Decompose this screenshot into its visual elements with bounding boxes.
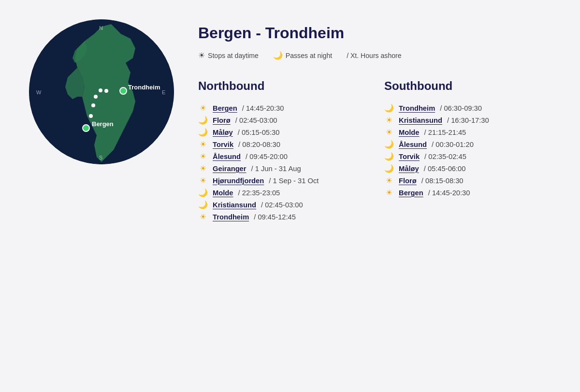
moon-icon: 🌙	[198, 200, 208, 209]
stop-time: / 14:45-20:30	[428, 189, 470, 197]
stop-item: ☀Trondheim / 09:45-12:45	[198, 212, 365, 221]
stop-name[interactable]: Ålesund	[399, 141, 427, 148]
stop-time: / 02:45-03:00	[261, 201, 303, 209]
legend-ashore: / Xt. Hours ashore	[347, 52, 401, 59]
svg-text:N: N	[99, 25, 103, 31]
svg-point-6	[99, 88, 102, 92]
legend-night: 🌙 Passes at night	[273, 51, 332, 60]
stop-time: / 14:45-20:30	[242, 104, 284, 112]
stop-time: / 02:35-02:45	[424, 153, 466, 160]
svg-point-7	[104, 89, 108, 93]
stop-name[interactable]: Florø	[399, 177, 417, 185]
moon-icon: 🌙	[198, 116, 208, 125]
moon-icon: 🌙	[198, 188, 208, 197]
moon-icon: 🌙	[198, 128, 208, 137]
svg-text:Trondheim: Trondheim	[128, 84, 160, 91]
stop-time: / 1 Jun - 31 Aug	[251, 165, 301, 173]
stop-item: ☀Bergen / 14:45-20:30	[384, 188, 551, 197]
moon-icon: 🌙	[384, 140, 394, 149]
sun-icon: ☀	[384, 188, 394, 197]
stop-name[interactable]: Måløy	[213, 129, 233, 136]
stop-name[interactable]: Molde	[399, 129, 420, 136]
stop-item: 🌙Ålesund / 00:30-01:20	[384, 140, 551, 149]
svg-point-5	[94, 95, 98, 99]
svg-point-4	[91, 103, 95, 107]
stop-name[interactable]: Trondheim	[213, 213, 249, 221]
stop-time: / 05:45-06:00	[424, 165, 466, 173]
northbound-list: ☀Bergen / 14:45-20:30🌙Florø / 02:45-03:0…	[198, 103, 365, 221]
southbound-title: Southbound	[384, 79, 551, 93]
legend: ☀ Stops at daytime 🌙 Passes at night / X…	[198, 51, 551, 60]
svg-text:Bergen: Bergen	[92, 120, 114, 128]
stop-item: ☀Bergen / 14:45-20:30	[198, 103, 365, 113]
stop-time: / 09:45-12:45	[254, 213, 296, 221]
stop-time: / 21:15-21:45	[424, 129, 466, 136]
stop-item: 🌙Måløy / 05:15-05:30	[198, 128, 365, 137]
stop-item: 🌙Florø / 02:45-03:00	[198, 116, 365, 125]
stop-time: / 02:45-03:00	[235, 116, 277, 124]
moon-icon: 🌙	[384, 152, 394, 161]
svg-point-3	[89, 114, 93, 118]
stop-item: 🌙Kristiansund / 02:45-03:00	[198, 200, 365, 209]
stop-time: / 16:30-17:30	[447, 116, 489, 124]
stop-item: ☀Florø / 08:15-08:30	[384, 176, 551, 185]
sun-icon: ☀	[198, 103, 208, 113]
stop-time: / 00:30-01:20	[432, 141, 474, 148]
sun-icon: ☀	[384, 176, 394, 185]
directions-row: Northbound ☀Bergen / 14:45-20:30🌙Florø /…	[198, 79, 551, 221]
stop-time: / 08:15-08:30	[421, 177, 464, 185]
stop-name[interactable]: Florø	[213, 116, 231, 124]
stop-name[interactable]: Geiranger	[213, 165, 246, 173]
stop-item: 🌙Molde / 22:35-23:05	[198, 188, 365, 197]
southbound-list: 🌙Trondheim / 06:30-09:30☀Kristiansund / …	[384, 103, 551, 197]
southbound-section: Southbound 🌙Trondheim / 06:30-09:30☀Kris…	[384, 79, 551, 221]
stop-name[interactable]: Ålesund	[213, 153, 241, 160]
stop-item: ☀Geiranger / 1 Jun - 31 Aug	[198, 164, 365, 173]
northbound-title: Northbound	[198, 79, 365, 93]
stop-time: / 05:15-05:30	[238, 129, 280, 136]
stop-item: ☀Molde / 21:15-21:45	[384, 128, 551, 137]
stop-name[interactable]: Kristiansund	[213, 201, 256, 209]
moon-icon: 🌙	[384, 103, 394, 113]
stop-name[interactable]: Bergen	[213, 104, 237, 112]
moon-icon: 🌙	[384, 164, 394, 173]
stop-time: / 08:20-08:30	[238, 141, 280, 148]
stop-time: / 22:35-23:05	[238, 189, 280, 197]
stop-name[interactable]: Molde	[213, 189, 233, 197]
northbound-section: Northbound ☀Bergen / 14:45-20:30🌙Florø /…	[198, 79, 365, 221]
stop-name[interactable]: Torvik	[399, 153, 420, 160]
sun-icon: ☀	[198, 164, 208, 173]
stop-item: 🌙Trondheim / 06:30-09:30	[384, 103, 551, 113]
main-container: Bergen Trondheim N S E W Bergen - Trondh…	[0, 0, 580, 241]
stop-name[interactable]: Måløy	[399, 165, 419, 173]
stop-name[interactable]: Torvik	[213, 141, 233, 148]
stop-name[interactable]: Hjørundfjorden	[213, 177, 264, 185]
sun-icon: ☀	[198, 212, 208, 221]
stop-name[interactable]: Bergen	[399, 189, 423, 197]
stop-item: ☀Torvik / 08:20-08:30	[198, 140, 365, 149]
stop-name[interactable]: Kristiansund	[399, 116, 442, 124]
svg-text:W: W	[36, 89, 42, 95]
sun-icon: ☀	[198, 176, 208, 185]
ashore-label: / Xt. Hours ashore	[347, 52, 401, 59]
stop-item: ☀Ålesund / 09:45-20:00	[198, 152, 365, 161]
svg-point-2	[120, 87, 127, 94]
map-section: Bergen Trondheim N S E W	[29, 19, 174, 164]
content-section: Bergen - Trondheim ☀ Stops at daytime 🌙 …	[198, 19, 551, 221]
sun-icon: ☀	[384, 116, 394, 125]
sun-icon: ☀	[198, 152, 208, 161]
daytime-label: Stops at daytime	[208, 52, 259, 59]
sun-icon: ☀	[198, 140, 208, 149]
sun-icon: ☀	[384, 128, 394, 137]
svg-point-1	[83, 125, 89, 131]
legend-daytime: ☀ Stops at daytime	[198, 51, 259, 60]
stop-item: ☀Hjørundfjorden / 1 Sep - 31 Oct	[198, 176, 365, 185]
stop-name[interactable]: Trondheim	[399, 104, 435, 112]
moon-icon-legend: 🌙	[273, 51, 283, 60]
route-title: Bergen - Trondheim	[198, 24, 551, 42]
map-circle: Bergen Trondheim N S E W	[29, 19, 174, 164]
stop-item: 🌙Torvik / 02:35-02:45	[384, 152, 551, 161]
stop-time: / 06:30-09:30	[440, 104, 482, 112]
stop-time: / 09:45-20:00	[246, 153, 288, 160]
stop-time: / 1 Sep - 31 Oct	[269, 177, 319, 185]
